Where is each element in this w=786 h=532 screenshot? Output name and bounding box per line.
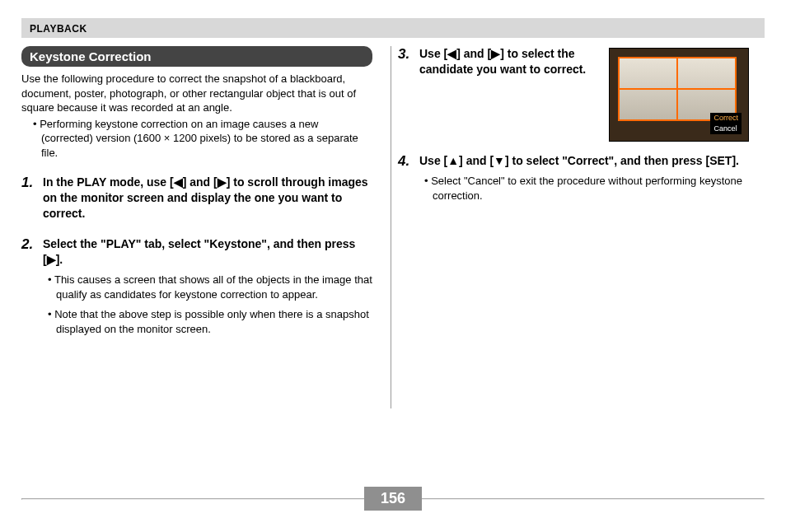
section-header-bar: PLAYBACK — [21, 18, 765, 38]
menu-item-correct: Correct — [710, 113, 742, 124]
right-column: 3. Use [◀] and [▶] to select the candida… — [398, 46, 760, 408]
step-2-note-2: Note that the above step is possible onl… — [43, 307, 372, 337]
thumbnail-menu: Correct Cancel — [710, 113, 742, 134]
step-4-notes: Select "Cancel" to exit the procedure wi… — [419, 174, 749, 203]
step-body: In the PLAY mode, use [◀] and [▶] to scr… — [43, 175, 372, 226]
intro-note-item: Performing keystone correction on an ima… — [26, 117, 372, 161]
step-3-text: Use [◀] and [▶] to select the candidate … — [419, 46, 594, 77]
step-body: Use [▲] and [▼] to select "Correct", and… — [419, 153, 749, 208]
page-footer: 156 — [21, 485, 765, 511]
step-number: 1. — [21, 175, 38, 226]
step-body: Select the "PLAY" tab, select "Keystone"… — [43, 236, 372, 343]
left-column: Keystone Correction Use the following pr… — [21, 46, 384, 408]
step-number: 3. — [398, 46, 414, 82]
section-header-label: PLAYBACK — [30, 23, 87, 35]
column-divider — [391, 46, 391, 408]
keystone-candidate-grid — [618, 57, 737, 121]
step-1-text: In the PLAY mode, use [◀] and [▶] to scr… — [43, 175, 372, 222]
step-2: 2. Select the "PLAY" tab, select "Keysto… — [21, 236, 372, 343]
two-column-body: Keystone Correction Use the following pr… — [21, 46, 765, 408]
feature-heading: Keystone Correction — [21, 46, 372, 67]
step-4: 4. Use [▲] and [▼] to select "Correct", … — [398, 153, 749, 208]
intro-note-list: Performing keystone correction on an ima… — [21, 117, 372, 161]
page-number-badge: 156 — [364, 487, 422, 511]
step-4-text: Use [▲] and [▼] to select "Correct", and… — [419, 153, 749, 169]
menu-item-cancel: Cancel — [710, 124, 742, 134]
step-1: 1. In the PLAY mode, use [◀] and [▶] to … — [21, 175, 372, 226]
step-number: 2. — [21, 236, 38, 343]
step-2-notes: This causes a screen that shows all of t… — [43, 273, 372, 338]
step-2-text: Select the "PLAY" tab, select "Keystone"… — [43, 236, 372, 268]
step-3: 3. Use [◀] and [▶] to select the candida… — [398, 46, 594, 82]
step-number: 4. — [398, 153, 414, 208]
manual-page: PLAYBACK Keystone Correction Use the fol… — [0, 0, 786, 532]
step-2-note-1: This causes a screen that shows all of t… — [43, 273, 372, 302]
screenshot-thumbnail: Correct Cancel — [609, 48, 749, 142]
step-4-note-1: Select "Cancel" to exit the procedure wi… — [419, 174, 749, 203]
step-3-row: 3. Use [◀] and [▶] to select the candida… — [398, 46, 749, 142]
intro-paragraph: Use the following procedure to correct t… — [21, 72, 372, 115]
